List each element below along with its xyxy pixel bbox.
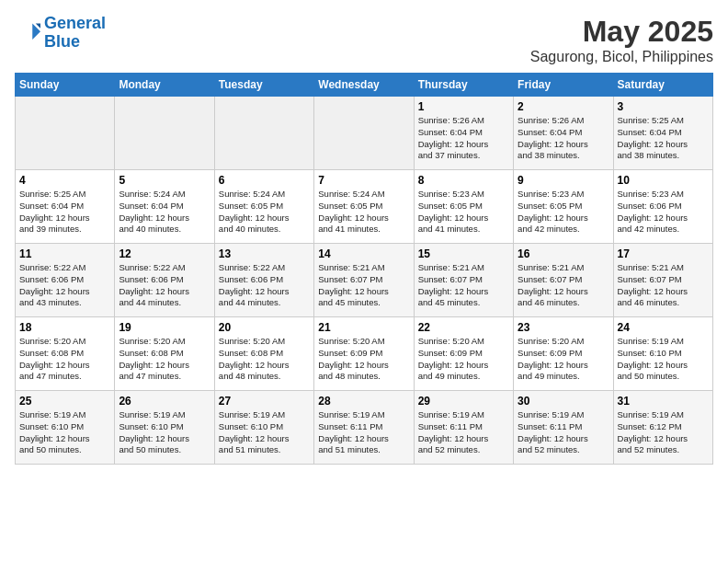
day-info: Sunrise: 5:19 AM Sunset: 6:10 PM Dayligh… <box>19 409 110 456</box>
day-number: 29 <box>418 395 509 408</box>
calendar-cell: 26Sunrise: 5:19 AM Sunset: 6:10 PM Dayli… <box>115 391 214 465</box>
calendar-cell: 30Sunrise: 5:19 AM Sunset: 6:11 PM Dayli… <box>514 391 613 465</box>
day-info: Sunrise: 5:19 AM Sunset: 6:10 PM Dayligh… <box>618 336 709 383</box>
calendar-cell: 19Sunrise: 5:20 AM Sunset: 6:08 PM Dayli… <box>115 317 214 391</box>
day-number: 10 <box>618 174 709 187</box>
day-info: Sunrise: 5:21 AM Sunset: 6:07 PM Dayligh… <box>618 262 709 309</box>
calendar-cell: 27Sunrise: 5:19 AM Sunset: 6:10 PM Dayli… <box>214 391 313 465</box>
calendar-header: Sunday Monday Tuesday Wednesday Thursday… <box>16 74 713 97</box>
day-info: Sunrise: 5:23 AM Sunset: 6:06 PM Dayligh… <box>618 189 709 236</box>
day-number: 21 <box>318 321 409 334</box>
calendar-cell <box>314 97 414 170</box>
header-sunday: Sunday <box>16 74 115 97</box>
calendar-cell: 31Sunrise: 5:19 AM Sunset: 6:12 PM Dayli… <box>613 391 712 465</box>
calendar-cell: 18Sunrise: 5:20 AM Sunset: 6:08 PM Dayli… <box>16 317 115 391</box>
calendar-cell: 2Sunrise: 5:26 AM Sunset: 6:04 PM Daylig… <box>514 97 613 170</box>
calendar-cell <box>16 97 115 170</box>
day-info: Sunrise: 5:23 AM Sunset: 6:05 PM Dayligh… <box>418 189 509 236</box>
day-number: 2 <box>518 100 609 113</box>
day-number: 28 <box>318 395 409 408</box>
day-info: Sunrise: 5:21 AM Sunset: 6:07 PM Dayligh… <box>518 262 609 309</box>
day-number: 30 <box>518 395 609 408</box>
calendar-cell: 8Sunrise: 5:23 AM Sunset: 6:05 PM Daylig… <box>414 170 513 244</box>
day-number: 1 <box>418 100 509 113</box>
day-number: 13 <box>219 247 310 260</box>
header-tuesday: Tuesday <box>214 74 313 97</box>
day-number: 5 <box>119 174 210 187</box>
main-title: May 2025 <box>530 15 713 49</box>
day-info: Sunrise: 5:24 AM Sunset: 6:04 PM Dayligh… <box>119 189 210 236</box>
day-number: 7 <box>318 174 409 187</box>
title-area: May 2025 Sagurong, Bicol, Philippines <box>530 15 713 65</box>
day-info: Sunrise: 5:25 AM Sunset: 6:04 PM Dayligh… <box>618 115 709 162</box>
day-info: Sunrise: 5:20 AM Sunset: 6:09 PM Dayligh… <box>518 336 609 383</box>
calendar-cell: 4Sunrise: 5:25 AM Sunset: 6:04 PM Daylig… <box>16 170 115 244</box>
header-thursday: Thursday <box>414 74 513 97</box>
calendar-cell: 6Sunrise: 5:24 AM Sunset: 6:05 PM Daylig… <box>214 170 313 244</box>
day-info: Sunrise: 5:20 AM Sunset: 6:08 PM Dayligh… <box>19 336 110 383</box>
day-number: 4 <box>19 174 110 187</box>
day-info: Sunrise: 5:21 AM Sunset: 6:07 PM Dayligh… <box>318 262 409 309</box>
header: General Blue May 2025 Sagurong, Bicol, P… <box>15 15 713 65</box>
calendar-week-3: 18Sunrise: 5:20 AM Sunset: 6:08 PM Dayli… <box>16 317 713 391</box>
calendar-cell: 20Sunrise: 5:20 AM Sunset: 6:08 PM Dayli… <box>214 317 313 391</box>
calendar-cell: 25Sunrise: 5:19 AM Sunset: 6:10 PM Dayli… <box>16 391 115 465</box>
calendar-cell: 23Sunrise: 5:20 AM Sunset: 6:09 PM Dayli… <box>514 317 613 391</box>
calendar-table: Sunday Monday Tuesday Wednesday Thursday… <box>15 73 713 465</box>
day-info: Sunrise: 5:19 AM Sunset: 6:11 PM Dayligh… <box>518 409 609 456</box>
day-info: Sunrise: 5:20 AM Sunset: 6:08 PM Dayligh… <box>119 336 210 383</box>
calendar-cell: 12Sunrise: 5:22 AM Sunset: 6:06 PM Dayli… <box>115 244 214 317</box>
day-info: Sunrise: 5:19 AM Sunset: 6:11 PM Dayligh… <box>318 409 409 456</box>
header-saturday: Saturday <box>613 74 712 97</box>
logo-line1: General <box>44 14 106 32</box>
calendar-cell <box>214 97 313 170</box>
calendar-week-4: 25Sunrise: 5:19 AM Sunset: 6:10 PM Dayli… <box>16 391 713 465</box>
calendar-cell: 9Sunrise: 5:23 AM Sunset: 6:05 PM Daylig… <box>514 170 613 244</box>
header-row: Sunday Monday Tuesday Wednesday Thursday… <box>16 74 713 97</box>
day-info: Sunrise: 5:23 AM Sunset: 6:05 PM Dayligh… <box>518 189 609 236</box>
day-number: 17 <box>618 247 709 260</box>
calendar-cell: 5Sunrise: 5:24 AM Sunset: 6:04 PM Daylig… <box>115 170 214 244</box>
header-wednesday: Wednesday <box>314 74 414 97</box>
day-info: Sunrise: 5:22 AM Sunset: 6:06 PM Dayligh… <box>219 262 310 309</box>
calendar-week-1: 4Sunrise: 5:25 AM Sunset: 6:04 PM Daylig… <box>16 170 713 244</box>
day-info: Sunrise: 5:21 AM Sunset: 6:07 PM Dayligh… <box>418 262 509 309</box>
header-monday: Monday <box>115 74 214 97</box>
day-number: 22 <box>418 321 509 334</box>
day-number: 23 <box>518 321 609 334</box>
day-number: 16 <box>518 247 609 260</box>
day-number: 27 <box>219 395 310 408</box>
day-number: 14 <box>318 247 409 260</box>
calendar-cell: 14Sunrise: 5:21 AM Sunset: 6:07 PM Dayli… <box>314 244 414 317</box>
calendar-week-0: 1Sunrise: 5:26 AM Sunset: 6:04 PM Daylig… <box>16 97 713 170</box>
logo: General Blue <box>15 15 106 52</box>
day-number: 8 <box>418 174 509 187</box>
calendar-week-2: 11Sunrise: 5:22 AM Sunset: 6:06 PM Dayli… <box>16 244 713 317</box>
calendar-cell: 10Sunrise: 5:23 AM Sunset: 6:06 PM Dayli… <box>613 170 712 244</box>
day-number: 24 <box>618 321 709 334</box>
calendar-cell: 29Sunrise: 5:19 AM Sunset: 6:11 PM Dayli… <box>414 391 513 465</box>
day-info: Sunrise: 5:25 AM Sunset: 6:04 PM Dayligh… <box>19 189 110 236</box>
calendar-cell: 13Sunrise: 5:22 AM Sunset: 6:06 PM Dayli… <box>214 244 313 317</box>
calendar-cell: 15Sunrise: 5:21 AM Sunset: 6:07 PM Dayli… <box>414 244 513 317</box>
day-number: 12 <box>119 247 210 260</box>
day-number: 6 <box>219 174 310 187</box>
day-info: Sunrise: 5:20 AM Sunset: 6:09 PM Dayligh… <box>418 336 509 383</box>
day-number: 18 <box>19 321 110 334</box>
day-info: Sunrise: 5:26 AM Sunset: 6:04 PM Dayligh… <box>418 115 509 162</box>
day-info: Sunrise: 5:22 AM Sunset: 6:06 PM Dayligh… <box>119 262 210 309</box>
day-info: Sunrise: 5:22 AM Sunset: 6:06 PM Dayligh… <box>19 262 110 309</box>
day-info: Sunrise: 5:19 AM Sunset: 6:11 PM Dayligh… <box>418 409 509 456</box>
logo-icon <box>15 20 40 46</box>
calendar-cell <box>115 97 214 170</box>
day-number: 26 <box>119 395 210 408</box>
calendar-cell: 3Sunrise: 5:25 AM Sunset: 6:04 PM Daylig… <box>613 97 712 170</box>
day-number: 9 <box>518 174 609 187</box>
calendar-cell: 17Sunrise: 5:21 AM Sunset: 6:07 PM Dayli… <box>613 244 712 317</box>
day-number: 25 <box>19 395 110 408</box>
calendar-cell: 28Sunrise: 5:19 AM Sunset: 6:11 PM Dayli… <box>314 391 414 465</box>
calendar-cell: 16Sunrise: 5:21 AM Sunset: 6:07 PM Dayli… <box>514 244 613 317</box>
calendar-cell: 21Sunrise: 5:20 AM Sunset: 6:09 PM Dayli… <box>314 317 414 391</box>
calendar-body: 1Sunrise: 5:26 AM Sunset: 6:04 PM Daylig… <box>16 97 713 465</box>
day-info: Sunrise: 5:24 AM Sunset: 6:05 PM Dayligh… <box>219 189 310 236</box>
